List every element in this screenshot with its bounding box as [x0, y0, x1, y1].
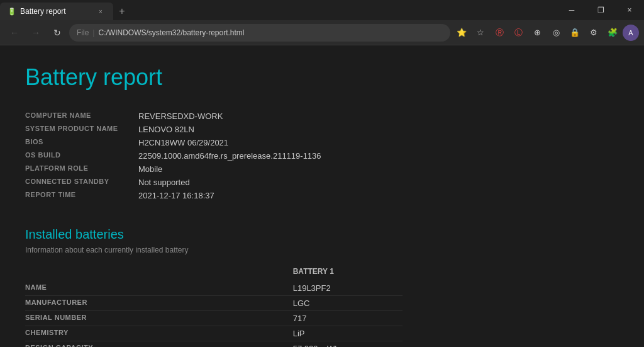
page-content: Battery report COMPUTER NAME REVERSEDXD-… — [0, 45, 644, 347]
close-button[interactable]: × — [615, 0, 644, 20]
tab-favicon-icon: 🔋 — [8, 7, 16, 16]
refresh-button[interactable]: ↻ — [48, 23, 67, 42]
battery-info-row: MANUFACTURER LGC — [25, 296, 402, 311]
battery-field-label: NAME — [25, 281, 293, 296]
addon1-icon[interactable]: Ⓡ — [491, 24, 508, 42]
tab-close-button[interactable]: × — [96, 6, 106, 16]
addon6-icon[interactable]: ⚙ — [585, 24, 602, 42]
system-info-row: OS BUILD 22509.1000.amd64fre.rs_prerelea… — [25, 149, 321, 162]
system-info-row: CONNECTED STANDBY Not supported — [25, 176, 321, 189]
system-info-label: PLATFORM ROLE — [25, 162, 138, 176]
system-info-label: BIOS — [25, 136, 138, 149]
tab-label: Battery report — [20, 7, 66, 16]
system-info-row: PLATFORM ROLE Mobile — [25, 162, 321, 176]
back-button[interactable]: ← — [5, 23, 24, 42]
address-protocol: File — [77, 28, 89, 37]
system-info-row: REPORT TIME 2021-12-17 16:18:37 — [25, 189, 321, 202]
battery-table: BATTERY 1 NAME L19L3PF2 MANUFACTURER LGC… — [25, 267, 402, 347]
address-bar[interactable]: File | C:/WINDOWS/system32/battery-repor… — [69, 24, 450, 42]
title-bar: 🔋 Battery report × + ─ ❐ × — [0, 0, 644, 20]
active-tab[interactable]: 🔋 Battery report × — [0, 3, 113, 20]
forward-button[interactable]: → — [26, 23, 45, 42]
maximize-button[interactable]: ❐ — [586, 0, 615, 20]
page-title: Battery report — [25, 64, 619, 91]
system-info-row: COMPUTER NAME REVERSEDXD-WORK — [25, 110, 321, 123]
system-info-value: Mobile — [138, 162, 321, 176]
battery-field-value: LiP — [293, 326, 402, 341]
system-info-label: CONNECTED STANDBY — [25, 176, 138, 189]
addon2-icon[interactable]: Ⓛ — [509, 24, 527, 42]
battery-field-value: LGC — [293, 296, 402, 311]
system-info-table: COMPUTER NAME REVERSEDXD-WORK SYSTEM PRO… — [25, 110, 321, 202]
system-info-value: H2CN18WW 06/29/2021 — [138, 136, 321, 149]
battery-info-row: CHEMISTRY LiP — [25, 326, 402, 341]
favorites-icon[interactable]: ⭐ — [453, 24, 470, 42]
battery-field-value: L19L3PF2 — [293, 281, 402, 296]
battery-info-row: DESIGN CAPACITY 57,000 mWh — [25, 341, 402, 348]
battery-empty-header — [25, 267, 293, 281]
installed-batteries-subtitle: Information about each currently install… — [25, 246, 619, 254]
installed-batteries-title: Installed batteries — [25, 227, 619, 242]
addon5-icon[interactable]: 🔒 — [566, 24, 584, 42]
system-info-label: SYSTEM PRODUCT NAME — [25, 123, 138, 136]
address-separator: | — [92, 28, 94, 37]
battery-info-row: NAME L19L3PF2 — [25, 281, 402, 296]
tab-strip: 🔋 Battery report × + — [0, 0, 557, 20]
address-url: C:/WINDOWS/system32/battery-report.html — [98, 28, 443, 37]
new-tab-button[interactable]: + — [113, 3, 131, 20]
battery-field-value: 57,000 mWh — [293, 341, 402, 348]
extensions-icon[interactable]: 🧩 — [604, 24, 621, 42]
minimize-button[interactable]: ─ — [557, 0, 586, 20]
toolbar-icons: ⭐ ☆ Ⓡ Ⓛ ⊕ ◎ 🔒 ⚙ 🧩 A — [453, 24, 639, 42]
addon3-icon[interactable]: ⊕ — [528, 24, 546, 42]
system-info-label: OS BUILD — [25, 149, 138, 162]
addon4-icon[interactable]: ◎ — [547, 24, 565, 42]
system-info-value: 2021-12-17 16:18:37 — [138, 189, 321, 202]
collections-icon[interactable]: ☆ — [472, 24, 489, 42]
toolbar: ← → ↻ File | C:/WINDOWS/system32/battery… — [0, 20, 644, 45]
battery-field-value: 717 — [293, 311, 402, 326]
system-info-row: SYSTEM PRODUCT NAME LENOVO 82LN — [25, 123, 321, 136]
system-info-value: LENOVO 82LN — [138, 123, 321, 136]
system-info-label: REPORT TIME — [25, 189, 138, 202]
battery-field-label: SERIAL NUMBER — [25, 311, 293, 326]
window-controls: ─ ❐ × — [557, 0, 644, 20]
system-info-label: COMPUTER NAME — [25, 110, 138, 123]
battery-info-row: SERIAL NUMBER 717 — [25, 311, 402, 326]
system-info-value: Not supported — [138, 176, 321, 189]
battery-column-header: BATTERY 1 — [293, 267, 402, 281]
profile-button[interactable]: A — [623, 25, 639, 41]
battery-field-label: DESIGN CAPACITY — [25, 341, 293, 348]
battery-field-label: CHEMISTRY — [25, 326, 293, 341]
system-info-value: REVERSEDXD-WORK — [138, 110, 321, 123]
system-info-row: BIOS H2CN18WW 06/29/2021 — [25, 136, 321, 149]
system-info-value: 22509.1000.amd64fre.rs_prerelease.211119… — [138, 149, 321, 162]
battery-field-label: MANUFACTURER — [25, 296, 293, 311]
